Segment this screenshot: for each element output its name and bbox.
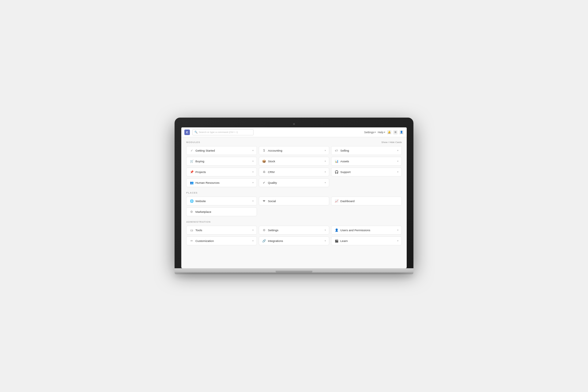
selling-label: Selling (340, 149, 349, 152)
stock-icon: 📦 (262, 159, 266, 163)
search-placeholder: Search or type a command (Ctrl + /) (199, 131, 238, 134)
settings-label: Settings (268, 228, 278, 232)
integrations-chevron: ▾ (325, 239, 326, 242)
buying-card[interactable]: 🛒 Buying ▾ (186, 157, 257, 166)
projects-icon: 📌 (190, 170, 194, 174)
settings-button[interactable]: Settings ▾ (364, 131, 376, 134)
learn-icon: 🎬 (334, 239, 338, 243)
accounting-card[interactable]: $ Accounting ▾ (259, 146, 330, 155)
buying-label: Buying (195, 160, 204, 163)
laptop-foot (175, 273, 413, 274)
places-section: PLACES 🌐 Website ▾ (186, 191, 402, 216)
accounting-icon: $ (262, 149, 266, 153)
buying-icon: 🛒 (190, 159, 194, 163)
help-button[interactable]: Help ▾ (378, 131, 385, 134)
marketplace-card[interactable]: ⚙ Marketplace (186, 207, 257, 216)
settings-chevron-icon: ▾ (375, 131, 376, 134)
search-icon: 🔍 (194, 131, 198, 134)
administration-label: ADMINISTRATION (186, 221, 211, 223)
selling-card[interactable]: 🏷 Selling ▾ (331, 146, 402, 155)
administration-section: ADMINISTRATION 🗂 Tools ▾ (186, 221, 402, 245)
users-permissions-card[interactable]: 👤 Users and Permissions ▾ (331, 226, 402, 235)
modules-section: MODULES Show / Hide Cards ✓ Getting Star… (186, 141, 402, 187)
website-card[interactable]: 🌐 Website ▾ (186, 197, 257, 205)
stock-label: Stock (268, 160, 275, 163)
social-label: Social (268, 199, 276, 203)
crm-card[interactable]: ♻ CRM ▾ (259, 168, 330, 176)
getting-started-chevron: ▾ (252, 149, 254, 152)
quality-label: Quality (268, 181, 277, 184)
human-resources-card[interactable]: 👥 Human Resources ▾ (186, 178, 257, 187)
settings-icon: ⚙ (262, 228, 266, 232)
logo[interactable]: E (184, 130, 190, 135)
dashboard-label: Dashboard (340, 199, 354, 203)
settings-chevron: ▾ (325, 229, 326, 232)
crm-chevron: ▾ (325, 171, 326, 173)
crm-icon: ♻ (262, 170, 266, 174)
modules-row-3: 📌 Projects ▾ ♻ CRM ▾ (186, 168, 402, 176)
tools-chevron: ▾ (252, 229, 254, 232)
show-hide-cards-button[interactable]: Show / Hide Cards (381, 141, 402, 144)
modules-row-2: 🛒 Buying ▾ 📦 Stock ▾ (186, 157, 402, 166)
tools-card[interactable]: 🗂 Tools ▾ (186, 226, 257, 235)
user-icon[interactable]: 👤 (399, 130, 404, 134)
settings-card[interactable]: ⚙ Settings ▾ (259, 226, 330, 235)
customization-chevron: ▾ (252, 239, 254, 242)
quality-icon: ✔ (262, 181, 266, 185)
selling-chevron: ▾ (397, 149, 398, 152)
modules-row-1: ✓ Getting Started ▾ $ Accounting (186, 146, 402, 155)
integrations-icon: 🔗 (262, 239, 266, 243)
notifications-icon[interactable]: 🔔 (387, 130, 391, 134)
learn-card[interactable]: 🎬 Learn ▾ (331, 236, 402, 245)
getting-started-label: Getting Started (195, 149, 215, 152)
integrations-card[interactable]: 🔗 Integrations ▾ (259, 236, 330, 245)
laptop-base (175, 268, 413, 273)
assets-chevron: ▾ (397, 160, 398, 163)
projects-chevron: ▾ (252, 171, 254, 173)
camera (293, 123, 295, 125)
settings-label: Settings (364, 131, 374, 134)
main-content: MODULES Show / Hide Cards ✓ Getting Star… (181, 137, 407, 268)
stock-card[interactable]: 📦 Stock ▾ (259, 157, 330, 166)
grid-icon[interactable]: ⊞ (393, 130, 398, 134)
laptop-body: E 🔍 Search or type a command (Ctrl + /) … (175, 118, 413, 268)
users-permissions-icon: 👤 (334, 228, 338, 232)
getting-started-icon: ✓ (190, 149, 194, 153)
projects-card[interactable]: 📌 Projects ▾ (186, 168, 257, 176)
accounting-label: Accounting (268, 149, 282, 152)
support-card[interactable]: 🎧 Support ▾ (331, 168, 402, 176)
assets-card[interactable]: 📊 Assets ▾ (331, 157, 402, 166)
marketplace-icon: ⚙ (190, 210, 194, 214)
administration-header: ADMINISTRATION (186, 221, 402, 223)
customization-icon: ✏ (190, 239, 194, 243)
social-icon: ❤ (262, 199, 266, 203)
search-bar[interactable]: 🔍 Search or type a command (Ctrl + /) (192, 129, 254, 135)
social-card[interactable]: ❤ Social (259, 197, 330, 205)
app: E 🔍 Search or type a command (Ctrl + /) … (181, 127, 407, 268)
topbar-actions: Settings ▾ Help ▾ 🔔 ⊞ 👤 (364, 130, 404, 134)
places-header: PLACES (186, 191, 402, 194)
assets-label: Assets (340, 160, 349, 163)
projects-label: Projects (195, 170, 206, 174)
dashboard-icon: 📈 (334, 199, 338, 203)
dashboard-card[interactable]: 📈 Dashboard (331, 197, 402, 205)
customization-label: Customization (195, 239, 214, 243)
places-row-2: ⚙ Marketplace (186, 207, 402, 216)
human-resources-label: Human Resources (195, 181, 220, 184)
getting-started-card[interactable]: ✓ Getting Started ▾ (186, 146, 257, 155)
quality-chevron: ▾ (325, 181, 326, 184)
places-label: PLACES (186, 191, 198, 194)
website-label: Website (195, 199, 206, 203)
quality-card[interactable]: ✔ Quality ▾ (259, 178, 330, 187)
laptop-wrapper: E 🔍 Search or type a command (Ctrl + /) … (175, 118, 413, 274)
learn-label: Learn (340, 239, 348, 243)
administration-row-2: ✏ Customization ▾ 🔗 Integrations (186, 236, 402, 245)
customization-card[interactable]: ✏ Customization ▾ (186, 236, 257, 245)
human-resources-chevron: ▾ (252, 181, 254, 184)
users-permissions-chevron: ▾ (397, 229, 398, 232)
accounting-chevron: ▾ (325, 149, 326, 152)
modules-label: MODULES (186, 141, 200, 144)
integrations-label: Integrations (268, 239, 283, 243)
users-permissions-label: Users and Permissions (340, 228, 370, 232)
places-row-1: 🌐 Website ▾ ❤ Social (186, 197, 402, 205)
